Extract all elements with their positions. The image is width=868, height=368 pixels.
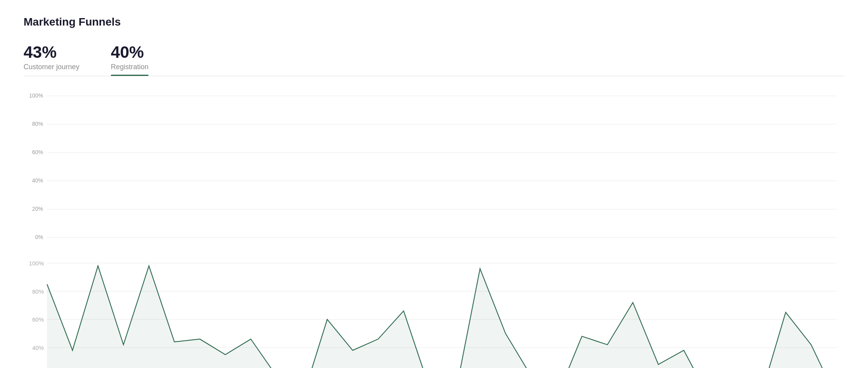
chart-area: 100% 80% 60% 40% 20% 0% 100% 80% 60% 40%	[24, 88, 844, 368]
tab-registration[interactable]: 40% Registration	[111, 44, 149, 76]
page-title: Marketing Funnels	[24, 16, 844, 28]
registration-percentage: 40%	[111, 44, 144, 61]
y-label-100: 100%	[29, 260, 44, 267]
y-label-80: 80%	[32, 288, 44, 295]
customer-journey-label: Customer journey	[24, 63, 79, 71]
y-label-0: 0%	[35, 234, 43, 240]
line-chart: 100% 80% 60% 40% 20% 0%	[24, 88, 844, 253]
main-chart-svg: 100% 80% 60% 40% 20% 0% 2024-08-042024-0…	[24, 255, 844, 368]
y-label-60: 60%	[32, 316, 44, 323]
tab-customer-journey[interactable]: 43% Customer journey	[24, 44, 79, 76]
y-label-100: 100%	[29, 92, 43, 99]
page-container: Marketing Funnels 43% Customer journey 4…	[0, 0, 868, 368]
chart-fill	[47, 266, 837, 368]
y-label-20: 20%	[32, 206, 43, 212]
y-label-60: 60%	[32, 149, 43, 155]
tabs-row: 43% Customer journey 40% Registration	[24, 44, 844, 76]
y-label-40: 40%	[32, 344, 44, 351]
registration-label: Registration	[111, 63, 149, 71]
customer-journey-percentage: 43%	[24, 44, 57, 61]
y-label-40: 40%	[32, 177, 43, 184]
y-label-80: 80%	[32, 121, 43, 127]
